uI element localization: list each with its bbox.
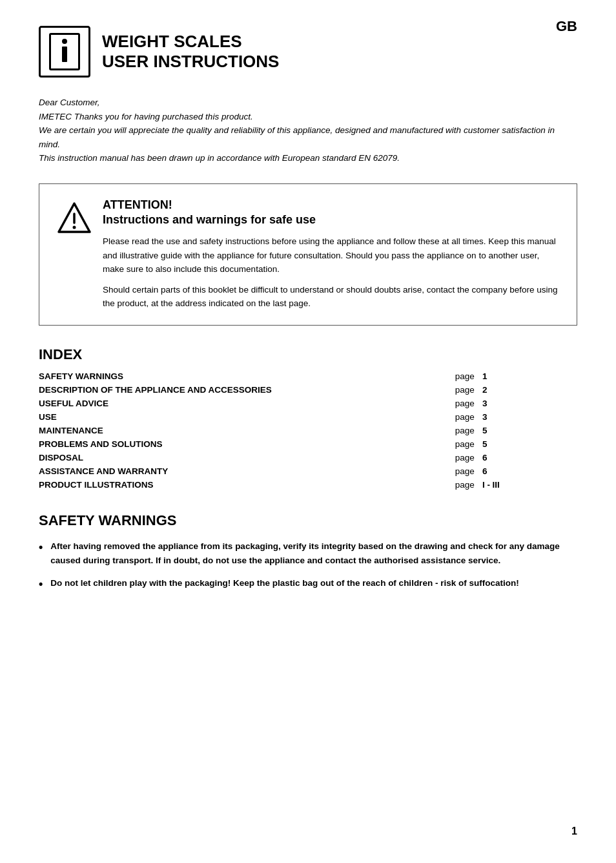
index-page-label: page <box>416 464 482 478</box>
index-row: ASSISTANCE AND WARRANTY page 6 <box>39 464 577 478</box>
header-title-block: WEIGHT SCALES USER INSTRUCTIONS <box>102 32 279 72</box>
intro-text: Dear Customer, IMETEC Thanks you for hav… <box>39 96 577 165</box>
intro-line3: We are certain you will appreciate the q… <box>39 125 555 149</box>
attention-inner: ATTENTION! Instructions and warnings for… <box>57 198 559 311</box>
index-page-label: page <box>416 369 482 383</box>
index-item-name: DISPOSAL <box>39 451 416 464</box>
index-page-num: 5 <box>482 437 577 451</box>
title-line1: WEIGHT SCALES <box>102 32 279 52</box>
index-item-name: ASSISTANCE AND WARRANTY <box>39 464 416 478</box>
index-page-num: 6 <box>482 451 577 464</box>
page-number: 1 <box>571 826 577 837</box>
index-page-label: page <box>416 451 482 464</box>
intro-line4: This instruction manual has been drawn u… <box>39 153 400 163</box>
index-row: SAFETY WARNINGS page 1 <box>39 369 577 383</box>
index-row: USE page 3 <box>39 410 577 424</box>
index-row: DISPOSAL page 6 <box>39 451 577 464</box>
index-item-name: USEFUL ADVICE <box>39 397 416 410</box>
intro-line1: Dear Customer, <box>39 98 100 107</box>
index-row: PROBLEMS AND SOLUTIONS page 5 <box>39 437 577 451</box>
index-item-name: USE <box>39 410 416 424</box>
safety-list-item: After having removed the appliance from … <box>39 539 577 567</box>
index-section: INDEX SAFETY WARNINGS page 1 DESCRIPTION… <box>39 346 577 492</box>
index-page-num: 2 <box>482 383 577 397</box>
index-title: INDEX <box>39 346 577 363</box>
index-page-label: page <box>416 410 482 424</box>
index-item-name: DESCRIPTION OF THE APPLIANCE AND ACCESSO… <box>39 383 416 397</box>
info-icon-inner <box>49 33 80 70</box>
index-item-name: PRODUCT ILLUSTRATIONS <box>39 478 416 492</box>
index-page-num: 5 <box>482 424 577 437</box>
index-table: SAFETY WARNINGS page 1 DESCRIPTION OF TH… <box>39 369 577 492</box>
gb-label: GB <box>556 18 577 35</box>
index-page-label: page <box>416 397 482 410</box>
warning-icon <box>57 201 91 234</box>
index-page-num: 3 <box>482 397 577 410</box>
safety-section: SAFETY WARNINGS After having removed the… <box>39 512 577 592</box>
safety-list: After having removed the appliance from … <box>39 539 577 592</box>
svg-point-2 <box>73 225 76 229</box>
attention-subtitle: Instructions and warnings for safe use <box>103 213 559 227</box>
index-row: DESCRIPTION OF THE APPLIANCE AND ACCESSO… <box>39 383 577 397</box>
index-page-label: page <box>416 383 482 397</box>
info-icon-box <box>39 26 90 78</box>
index-page-num: I - III <box>482 478 577 492</box>
index-item-name: PROBLEMS AND SOLUTIONS <box>39 437 416 451</box>
index-page-label: page <box>416 437 482 451</box>
header-section: WEIGHT SCALES USER INSTRUCTIONS <box>39 26 577 78</box>
attention-para1: Please read the use and safety instructi… <box>103 234 559 276</box>
index-page-num: 3 <box>482 410 577 424</box>
index-page-label: page <box>416 424 482 437</box>
intro-line2: IMETEC Thanks you for having purchased t… <box>39 112 253 121</box>
title-line2: USER INSTRUCTIONS <box>102 52 279 72</box>
safety-title: SAFETY WARNINGS <box>39 512 577 529</box>
safety-list-item: Do not let children play with the packag… <box>39 576 577 592</box>
index-item-name: SAFETY WARNINGS <box>39 369 416 383</box>
index-page-label: page <box>416 478 482 492</box>
safety-item-text: Do not let children play with the packag… <box>50 576 518 592</box>
index-row: USEFUL ADVICE page 3 <box>39 397 577 410</box>
attention-text-block: ATTENTION! Instructions and warnings for… <box>103 198 559 311</box>
index-page-num: 1 <box>482 369 577 383</box>
safety-item-text: After having removed the appliance from … <box>50 539 577 567</box>
attention-title: ATTENTION! <box>103 198 559 212</box>
index-item-name: MAINTENANCE <box>39 424 416 437</box>
info-dot <box>62 39 67 44</box>
attention-box: ATTENTION! Instructions and warnings for… <box>39 183 577 326</box>
index-row: MAINTENANCE page 5 <box>39 424 577 437</box>
info-bar <box>62 47 67 62</box>
index-row: PRODUCT ILLUSTRATIONS page I - III <box>39 478 577 492</box>
index-page-num: 6 <box>482 464 577 478</box>
attention-para2: Should certain parts of this booklet be … <box>103 283 559 311</box>
